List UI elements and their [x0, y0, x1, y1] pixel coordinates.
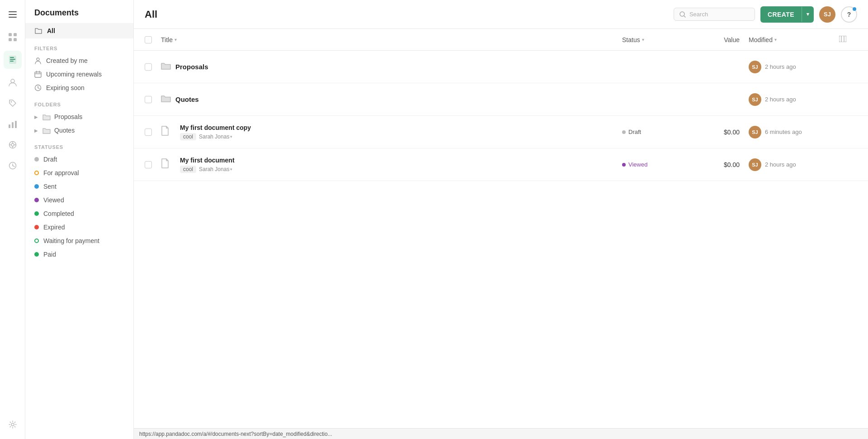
- sidebar-item-expiring-soon[interactable]: Expiring soon: [25, 81, 133, 95]
- row-checkbox[interactable]: [145, 96, 161, 103]
- avatar-initials: SJ: [824, 11, 831, 18]
- sidebar-item-upcoming-renewals[interactable]: Upcoming renewals: [25, 67, 133, 81]
- document-icon: [161, 158, 175, 171]
- row-status: Viewed: [622, 161, 694, 168]
- documents-nav-icon[interactable]: [4, 51, 22, 69]
- doc-title-col: My first document copy cool Sarah Jonas …: [180, 124, 622, 140]
- svg-rect-15: [15, 121, 17, 128]
- table-row[interactable]: My first document cool Sarah Jonas ▾ Vie…: [134, 148, 868, 181]
- statuses-section-label: STATUSES: [25, 137, 133, 153]
- status-text: Viewed: [628, 161, 647, 168]
- settings-nav-icon[interactable]: [4, 415, 22, 434]
- doc-assignee[interactable]: Sarah Jonas ▾: [199, 166, 232, 172]
- row-value: $0.00: [694, 161, 749, 168]
- status-text: Draft: [628, 129, 641, 135]
- integrations-nav-icon[interactable]: [4, 136, 22, 154]
- svg-rect-36: [839, 36, 846, 42]
- page-title: All: [145, 9, 157, 20]
- document-table: Title ▾ Status ▾ Value Modified ▾: [134, 29, 868, 428]
- columns-settings-icon: [839, 36, 846, 42]
- sidebar-status-waiting-for-payment[interactable]: Waiting for payment: [25, 234, 133, 248]
- row-checkbox[interactable]: [145, 161, 161, 168]
- column-header-status[interactable]: Status ▾: [622, 36, 694, 43]
- clock-nav-icon[interactable]: [4, 157, 22, 175]
- avatar[interactable]: SJ: [819, 6, 835, 23]
- doc-meta: cool Sarah Jonas ▾: [180, 166, 622, 173]
- topbar-right: Search CREATE ▾ SJ ?: [674, 6, 857, 23]
- tag-nav-icon[interactable]: [4, 94, 22, 112]
- sidebar-status-paid[interactable]: Paid: [25, 248, 133, 261]
- status-dot: [622, 163, 626, 167]
- all-label: All: [47, 27, 55, 34]
- row-checkbox[interactable]: [145, 63, 161, 71]
- header-checkbox[interactable]: [145, 36, 161, 43]
- row-modified: SJ 2 hours ago: [749, 93, 839, 106]
- svg-point-25: [11, 423, 14, 426]
- sidebar-title: Documents: [25, 0, 133, 23]
- svg-line-33: [38, 88, 39, 89]
- folder-all-icon: [34, 27, 42, 35]
- row-modified: SJ 6 minutes ago: [749, 126, 839, 138]
- sidebar-status-completed[interactable]: Completed: [25, 207, 133, 220]
- column-header-value: Value: [694, 36, 749, 43]
- sidebar-status-expired[interactable]: Expired: [25, 220, 133, 234]
- svg-rect-13: [9, 124, 10, 128]
- grid-nav-icon[interactable]: [4, 28, 22, 46]
- help-label: ?: [847, 11, 851, 18]
- status-badge: Viewed: [622, 161, 647, 168]
- doc-tag: cool: [180, 133, 196, 140]
- row-checkbox[interactable]: [145, 129, 161, 136]
- sidebar-status-draft[interactable]: Draft: [25, 153, 133, 166]
- clock-filter-icon: [34, 84, 42, 91]
- sidebar-item-created-by-me[interactable]: Created by me: [25, 54, 133, 67]
- svg-rect-3: [9, 33, 12, 36]
- waiting-dot: [34, 239, 39, 243]
- paid-dot: [34, 252, 39, 257]
- modified-col-label: Modified: [749, 36, 773, 43]
- contacts-nav-icon[interactable]: [4, 73, 22, 91]
- column-header-actions[interactable]: [839, 36, 857, 43]
- status-label: Expired: [43, 224, 65, 231]
- create-button[interactable]: CREATE ▾: [760, 6, 814, 23]
- table-row[interactable]: Quotes SJ 2 hours ago: [134, 83, 868, 116]
- sidebar-status-for-approval[interactable]: For approval: [25, 166, 133, 180]
- sidebar-folder-proposals[interactable]: ▶ Proposals: [25, 110, 133, 124]
- draft-dot: [34, 157, 39, 162]
- sidebar-folder-quotes[interactable]: ▶ Quotes: [25, 124, 133, 137]
- status-sort-icon: ▾: [642, 37, 644, 42]
- sidebar-status-sent[interactable]: Sent: [25, 180, 133, 193]
- table-header: Title ▾ Status ▾ Value Modified ▾: [134, 29, 868, 51]
- row-status: Draft: [622, 129, 694, 135]
- folder-row-icon: [161, 62, 171, 72]
- analytics-nav-icon[interactable]: [4, 115, 22, 133]
- column-header-title[interactable]: Title ▾: [161, 36, 622, 43]
- folder-row-icon: [161, 94, 171, 105]
- svg-rect-8: [10, 57, 14, 58]
- main-area: All Search CREATE ▾ SJ ?: [134, 0, 868, 439]
- svg-point-17: [11, 143, 14, 146]
- sidebar-item-all[interactable]: All: [25, 23, 133, 38]
- filter-label: Expiring soon: [46, 84, 85, 91]
- status-label: Completed: [43, 210, 74, 217]
- table-row[interactable]: Proposals SJ 2 hours ago: [134, 51, 868, 83]
- column-header-modified[interactable]: Modified ▾: [749, 36, 839, 43]
- doc-assignee[interactable]: Sarah Jonas ▾: [199, 134, 232, 140]
- svg-point-11: [11, 79, 14, 83]
- status-bar-url: https://app.pandadoc.com/a/#/documents-n…: [139, 431, 332, 437]
- table-row[interactable]: My first document copy cool Sarah Jonas …: [134, 116, 868, 148]
- hamburger-menu-icon[interactable]: [4, 5, 22, 24]
- sidebar-status-viewed[interactable]: Viewed: [25, 193, 133, 207]
- modifier-avatar: SJ: [749, 126, 761, 138]
- expired-dot: [34, 225, 39, 229]
- document-icon: [161, 126, 175, 138]
- help-button[interactable]: ?: [841, 6, 857, 23]
- status-label: Paid: [43, 251, 56, 258]
- modifier-avatar: SJ: [749, 158, 761, 171]
- filters-section-label: FILTERS: [25, 38, 133, 54]
- doc-meta: cool Sarah Jonas ▾: [180, 133, 622, 140]
- row-value: $0.00: [694, 129, 749, 136]
- icon-rail: [0, 0, 25, 439]
- search-box[interactable]: Search: [674, 8, 755, 21]
- doc-tag: cool: [180, 166, 196, 173]
- select-all-checkbox[interactable]: [145, 36, 152, 43]
